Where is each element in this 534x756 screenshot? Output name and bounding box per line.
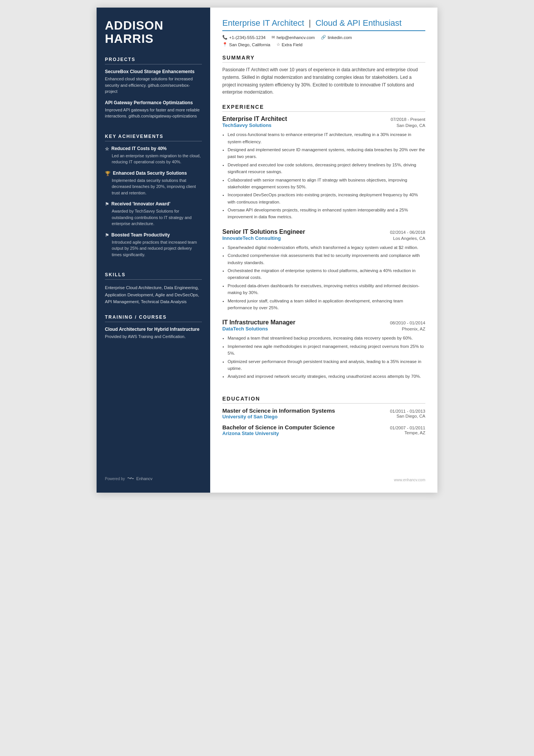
email-icon: ✉ xyxy=(272,35,275,40)
edu-location-2: Tempe, AZ xyxy=(404,430,425,436)
edu-location-1: San Diego, CA xyxy=(397,414,425,419)
flag-icon-2: ⚑ xyxy=(105,233,109,238)
main-content: Enterprise IT Architect | Cloud & API En… xyxy=(210,8,437,493)
exp-company-1: TechSavvy Solutions xyxy=(222,122,272,128)
exp-location-1: San Diego, CA xyxy=(397,123,425,128)
exp-item-1: Enterprise IT Architect 07/2018 - Presen… xyxy=(222,116,425,222)
trophy-icon: 🏆 xyxy=(105,171,111,176)
achievements-title: KEY ACHIEVEMENTS xyxy=(105,134,202,141)
bullet-3-2: Implemented new agile methodologies in p… xyxy=(228,343,425,357)
bullet-2-5: Mentored junior staff, cultivating a tea… xyxy=(228,297,425,311)
linkedin-icon: 🔗 xyxy=(321,35,326,40)
exp-date-1: 07/2018 - Present xyxy=(391,117,425,122)
exp-date-3: 08/2010 - 01/2014 xyxy=(390,321,425,325)
edu-date-1: 01/2011 - 01/2013 xyxy=(390,409,425,413)
summary-title: SUMMARY xyxy=(222,55,425,63)
edu-school-2: Arizona State University xyxy=(222,430,279,436)
projects-title: PROJECTS xyxy=(105,57,202,64)
exp-bullets-3: Managed a team that streamlined backup p… xyxy=(222,335,425,380)
bullet-3-3: Optimized server performance through per… xyxy=(228,358,425,372)
main-footer: www.enhancv.com xyxy=(222,470,425,482)
edu-item-2: Bachelor of Science in Computer Science … xyxy=(222,424,425,436)
achievement-item-1: ☆ Reduced IT Costs by 40% Led an enterpr… xyxy=(105,146,202,165)
name-block: ADDISON HARRIS xyxy=(105,19,202,45)
achievement-title-3: Received 'Innovator Award' xyxy=(111,201,170,207)
sidebar: ADDISON HARRIS PROJECTS SecureBox Cloud … xyxy=(97,8,210,493)
achievement-desc-2: Implemented data security solutions that… xyxy=(105,177,202,196)
skills-title: SKILLS xyxy=(105,272,202,280)
skills-text: Enterprise Cloud Architecture, Data Engi… xyxy=(105,284,202,305)
achievement-item-3: ⚑ Received 'Innovator Award' Awarded by … xyxy=(105,201,202,227)
bullet-2-4: Produced data-driven dashboards for exec… xyxy=(228,282,425,296)
bullet-1-6: Oversaw API developments projects, resul… xyxy=(228,207,425,221)
achievement-item-4: ⚑ Boosted Team Productivity Introduced a… xyxy=(105,232,202,258)
exp-company-3: DataTech Solutions xyxy=(222,326,268,332)
contact-linkedin: 🔗 linkedin.com xyxy=(321,35,352,40)
achievement-title-4: Boosted Team Productivity xyxy=(111,232,170,238)
achievements-section: KEY ACHIEVEMENTS ☆ Reduced IT Costs by 4… xyxy=(105,134,202,263)
training-item-1: Cloud Architecture for Hybrid Infrastruc… xyxy=(105,327,202,340)
skills-section: SKILLS Enterprise Cloud Architecture, Da… xyxy=(105,272,202,305)
edu-school-1: University of San Diego xyxy=(222,414,278,419)
achievement-desc-4: Introduced agile practices that increase… xyxy=(105,239,202,258)
exp-company-2: InnovateTech Consulting xyxy=(222,235,281,241)
training-course-desc: Provided by AWS Training and Certificati… xyxy=(105,333,202,340)
projects-section: PROJECTS SecureBox Cloud Storage Enhance… xyxy=(105,57,202,125)
contact-location: 📍 San Diego, California xyxy=(222,42,270,47)
candidate-name: ADDISON HARRIS xyxy=(105,19,202,45)
experience-title: EXPERIENCE xyxy=(222,104,425,112)
contact-email: ✉ help@enhancv.com xyxy=(272,35,315,40)
contact-info: 📞 +1-(234)-555-1234 ✉ help@enhancv.com 🔗… xyxy=(222,35,425,40)
training-course-title: Cloud Architecture for Hybrid Infrastruc… xyxy=(105,327,202,332)
training-section: TRAINING / COURSES Cloud Architecture fo… xyxy=(105,315,202,340)
achievement-item-2: 🏆 Enhanced Data Security Solutions Imple… xyxy=(105,171,202,196)
exp-item-3: IT Infrastructure Manager 08/2010 - 01/2… xyxy=(222,319,425,381)
bullet-1-4: Collaborated with senior management to a… xyxy=(228,177,425,191)
achievement-desc-3: Awarded by TechSavvy Solutions for outst… xyxy=(105,208,202,227)
edu-degree-2: Bachelor of Science in Computer Science xyxy=(222,424,335,430)
project-item-2: API Gateway Performance Optimizations Im… xyxy=(105,100,202,119)
project-desc-1: Enhanced cloud storage solutions for inc… xyxy=(105,76,202,95)
bullet-1-2: Designed and implemented secure ID manag… xyxy=(228,146,425,160)
contact-phone: 📞 +1-(234)-555-1234 xyxy=(222,35,265,40)
project-desc-2: Improved API gateways for faster and mor… xyxy=(105,107,202,119)
exp-date-2: 02/2014 - 06/2018 xyxy=(390,230,425,235)
project-title-1: SecureBox Cloud Storage Enhancements xyxy=(105,69,202,74)
edu-item-1: Master of Science in Information Systems… xyxy=(222,407,425,419)
training-title: TRAINING / COURSES xyxy=(105,315,202,322)
summary-text: Passionate IT Architect with over 10 yea… xyxy=(222,66,425,96)
sidebar-footer: Powered by Enhancv xyxy=(105,468,202,481)
contact-info-2: 📍 San Diego, California ☆ Extra Field xyxy=(222,42,425,47)
exp-item-2: Senior IT Solutions Engineer 02/2014 - 0… xyxy=(222,229,425,313)
exp-location-2: Los Angeles, CA xyxy=(393,236,425,241)
bullet-1-5: Incorporated DevSecOps practices into ex… xyxy=(228,191,425,205)
exp-role-2: Senior IT Solutions Engineer xyxy=(222,229,305,235)
exp-bullets-1: Led cross-functional teams to enhance en… xyxy=(222,131,425,221)
bullet-2-3: Orchestrated the migration of enterprise… xyxy=(228,267,425,281)
exp-bullets-2: Spearheaded digital modernization effort… xyxy=(222,244,425,311)
job-title-line: Enterprise IT Architect | Cloud & API En… xyxy=(222,18,425,31)
education-title: EDUCATION xyxy=(222,396,425,404)
phone-icon: 📞 xyxy=(222,35,228,40)
job-title: Enterprise IT Architect xyxy=(222,18,304,28)
website-url: www.enhancv.com xyxy=(394,478,425,482)
achievement-title-2: Enhanced Data Security Solutions xyxy=(113,171,187,176)
powered-by-text: Powered by xyxy=(105,477,125,481)
flag-icon-1: ⚑ xyxy=(105,202,109,207)
bullet-3-4: Analyzed and improved network security s… xyxy=(228,373,425,380)
brand-name: Enhancv xyxy=(136,476,153,481)
exp-location-3: Phoenix, AZ xyxy=(402,327,425,331)
job-subtitle: Cloud & API Enthusiast xyxy=(315,18,401,28)
bullet-1-3: Developed and executed low code solution… xyxy=(228,161,425,175)
bullet-2-2: Conducted comprehensive risk assessments… xyxy=(228,252,425,266)
location-icon: 📍 xyxy=(222,42,228,47)
exp-role-3: IT Infrastructure Manager xyxy=(222,319,295,326)
star-icon: ☆ xyxy=(105,146,109,152)
bullet-2-1: Spearheaded digital modernization effort… xyxy=(228,244,425,251)
extra-icon: ☆ xyxy=(276,42,280,47)
project-item-1: SecureBox Cloud Storage Enhancements Enh… xyxy=(105,69,202,95)
bullet-1-1: Led cross-functional teams to enhance en… xyxy=(228,131,425,145)
achievement-desc-1: Led an enterprise system migration to th… xyxy=(105,153,202,165)
edu-degree-1: Master of Science in Information Systems xyxy=(222,407,335,414)
edu-date-2: 01/2007 - 01/2011 xyxy=(390,426,425,430)
